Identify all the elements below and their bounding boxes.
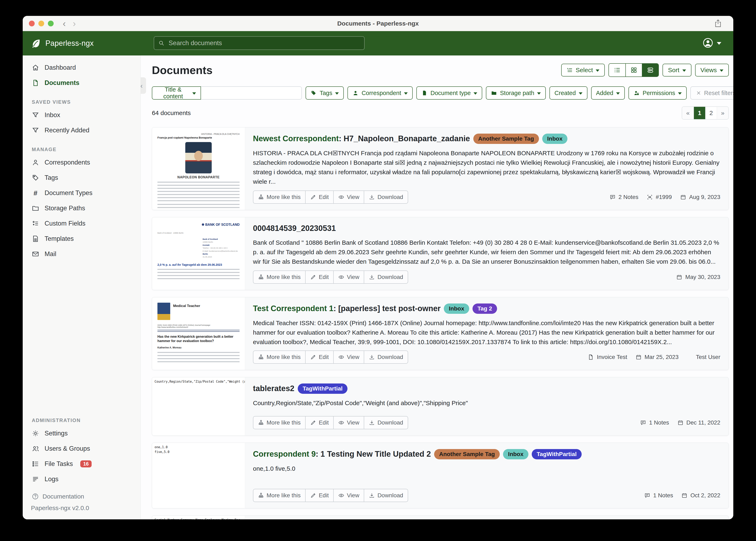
tag-pill[interactable]: Another Sample Tag bbox=[473, 134, 539, 144]
edit-button[interactable]: Edit bbox=[305, 416, 333, 429]
sidebar-item-templates[interactable]: Templates bbox=[23, 231, 141, 247]
brand[interactable]: Paperless-ngx bbox=[31, 38, 94, 48]
document-title-link[interactable]: Newest Correspondent: H7_Napoleon_Bonapa… bbox=[253, 134, 470, 144]
detail-view-icon bbox=[647, 67, 654, 74]
document-thumbnail[interactable]: Country,Region/State,"Zip/Postal Code","… bbox=[152, 377, 245, 435]
mail-icon bbox=[32, 250, 39, 258]
sidebar-item-correspondents[interactable]: Correspondents bbox=[23, 155, 141, 170]
tag-pill[interactable]: Another Sample Tag bbox=[434, 449, 500, 459]
document-title-link[interactable]: Test Correspondent 1: [paperless] test p… bbox=[253, 304, 441, 313]
download-button[interactable]: Download bbox=[364, 416, 408, 429]
more-like-this-button[interactable]: More like this bbox=[253, 271, 305, 283]
question-circle-icon bbox=[32, 493, 39, 500]
more-like-this-button[interactable]: More like this bbox=[253, 489, 305, 502]
download-button[interactable]: Download bbox=[364, 191, 408, 203]
display-mode-grid-button[interactable] bbox=[625, 64, 642, 77]
filter-document-type-button[interactable]: Document type bbox=[416, 86, 482, 100]
title-content-filter-input[interactable] bbox=[201, 86, 302, 100]
tag-pill[interactable]: Inbox bbox=[503, 449, 528, 459]
view-button[interactable]: View bbox=[333, 489, 364, 502]
person-icon bbox=[32, 159, 39, 166]
card-action-buttons: More like thisEditViewDownload bbox=[253, 416, 408, 429]
select-button[interactable]: Select bbox=[561, 64, 605, 77]
grid-view-icon bbox=[630, 67, 637, 74]
document-thumbnail[interactable]: ❋ BANK OF SCOTLANDBank of Scotland · 108… bbox=[152, 217, 245, 290]
global-search[interactable] bbox=[154, 36, 365, 50]
diagram-icon bbox=[258, 419, 264, 426]
sort-button[interactable]: Sort bbox=[663, 64, 691, 77]
sidebar-item-settings[interactable]: Settings bbox=[23, 426, 141, 441]
pagination-page-1[interactable]: 1 bbox=[694, 107, 705, 119]
display-mode-details-button[interactable] bbox=[642, 64, 658, 77]
document-title-link[interactable]: Correspondent 9: 1 Testing New Title Upd… bbox=[253, 449, 431, 459]
action-label: Edit bbox=[319, 194, 329, 201]
sidebar-item-inbox[interactable]: Inbox bbox=[23, 107, 141, 123]
sidebar-item-mail[interactable]: Mail bbox=[23, 247, 141, 262]
user-menu[interactable] bbox=[702, 37, 721, 48]
view-button[interactable]: View bbox=[333, 416, 364, 429]
edit-button[interactable]: Edit bbox=[305, 351, 333, 363]
tag-pill[interactable]: TagWithPartial bbox=[298, 383, 348, 394]
documentation-link[interactable]: Documentation bbox=[32, 493, 141, 500]
filter-storage-path-button[interactable]: Storage path bbox=[486, 86, 546, 100]
more-like-this-button[interactable]: More like this bbox=[253, 351, 305, 363]
filter-button-label: Correspondent bbox=[361, 90, 401, 97]
share-icon[interactable] bbox=[713, 19, 723, 28]
download-button[interactable]: Download bbox=[364, 351, 408, 363]
display-mode-list-button[interactable] bbox=[609, 64, 625, 77]
sidebar-item-users-groups[interactable]: Users & Groups bbox=[23, 441, 141, 456]
meta-text: Mar 25, 2023 bbox=[645, 354, 679, 360]
sidebar-collapse-button[interactable]: « bbox=[141, 77, 146, 94]
view-button[interactable]: View bbox=[333, 271, 364, 283]
calendar-icon bbox=[676, 274, 682, 280]
document-thumbnail[interactable]: Serial Number,Company Name,Employee Mark… bbox=[152, 516, 245, 519]
tag-pill[interactable]: Inbox bbox=[542, 134, 568, 144]
more-like-this-button[interactable]: More like this bbox=[253, 191, 305, 203]
text-lines-decoration bbox=[157, 182, 240, 202]
pagination: «12» bbox=[682, 106, 729, 120]
document-thumbnail[interactable]: Medical TeacherISSN: 0142-159X (Print) 1… bbox=[152, 297, 245, 370]
filter-tags-button[interactable]: Tags bbox=[306, 86, 344, 100]
sidebar-item-logs[interactable]: Logs bbox=[23, 471, 141, 487]
edit-button[interactable]: Edit bbox=[305, 271, 333, 283]
eye-icon bbox=[338, 419, 344, 426]
edit-button[interactable]: Edit bbox=[305, 489, 333, 502]
filter-created-button[interactable]: Created bbox=[549, 86, 587, 100]
views-button[interactable]: Views bbox=[695, 64, 729, 77]
sidebar-item-file-tasks[interactable]: File Tasks16 bbox=[23, 456, 141, 471]
sidebar-item-documents[interactable]: Documents bbox=[23, 75, 141, 91]
action-label: View bbox=[347, 354, 359, 360]
sidebar-item-document-types[interactable]: #Document Types bbox=[23, 185, 141, 201]
window-title: Documents - Paperless-ngx bbox=[23, 20, 733, 27]
document-title-link[interactable]: tablerates2 bbox=[253, 384, 294, 393]
document-thumbnail[interactable]: one,1.0 five,5.0 bbox=[152, 443, 245, 508]
view-button[interactable]: View bbox=[333, 191, 364, 203]
filter-correspondent-button[interactable]: Correspondent bbox=[347, 86, 413, 100]
reset-filters-button[interactable]: Reset filters bbox=[690, 86, 733, 100]
pagination-page-2[interactable]: 2 bbox=[705, 107, 717, 119]
search-input[interactable] bbox=[168, 39, 360, 47]
download-button[interactable]: Download bbox=[364, 489, 408, 502]
more-like-this-button[interactable]: More like this bbox=[253, 416, 305, 429]
tag-pill[interactable]: Tag 2 bbox=[473, 303, 497, 314]
article-author: Katherine A. Moreau bbox=[157, 346, 240, 349]
download-button[interactable]: Download bbox=[364, 271, 408, 283]
sidebar-item-recently-added[interactable]: Recently Added bbox=[23, 123, 141, 138]
tag-pill[interactable]: TagWithPartial bbox=[532, 449, 582, 459]
sidebar-item-tags[interactable]: Tags bbox=[23, 170, 141, 185]
sidebar-item-custom-fields[interactable]: Custom Fields bbox=[23, 216, 141, 231]
filter-permissions-button[interactable]: Permissions bbox=[628, 86, 687, 100]
document-thumbnail[interactable]: HISTORIA - PRACA DLA CHĘTNYCHFrancja pod… bbox=[152, 127, 245, 210]
sidebar-item-storage-paths[interactable]: Storage Paths bbox=[23, 201, 141, 216]
chat-icon bbox=[640, 419, 646, 426]
tag-pill[interactable]: Inbox bbox=[444, 303, 469, 314]
sidebar-item-dashboard[interactable]: Dashboard bbox=[23, 60, 141, 75]
title-content-dropdown-button[interactable]: Title & content bbox=[152, 86, 201, 100]
display-mode-toggle bbox=[608, 63, 659, 77]
view-button[interactable]: View bbox=[333, 351, 364, 363]
pagination-prev-button[interactable]: « bbox=[682, 107, 694, 119]
edit-button[interactable]: Edit bbox=[305, 191, 333, 203]
pagination-next-button[interactable]: » bbox=[717, 107, 728, 119]
filter-added-button[interactable]: Added bbox=[591, 86, 625, 100]
document-title-link[interactable]: 0004814539_20230531 bbox=[253, 224, 336, 234]
